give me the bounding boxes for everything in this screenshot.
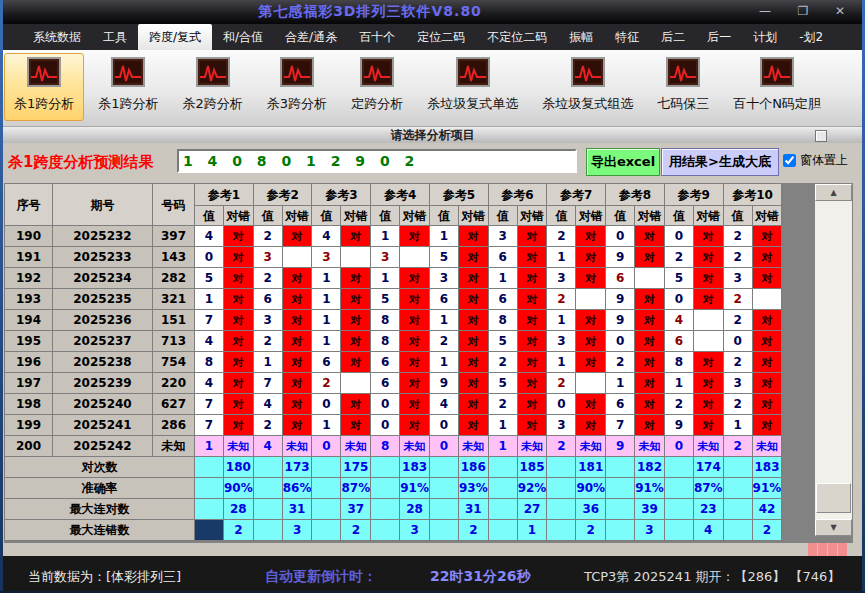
status-cell[interactable]: 对 <box>693 247 723 268</box>
status-cell[interactable]: 对 <box>693 352 723 373</box>
value-cell[interactable]: 2 <box>723 352 752 373</box>
value-cell[interactable]: 1 <box>195 289 224 310</box>
value-cell[interactable]: 1 <box>547 247 576 268</box>
status-cell[interactable]: 对 <box>400 226 430 247</box>
value-cell[interactable]: 1 <box>429 226 458 247</box>
value-cell[interactable]: 3 <box>723 373 752 394</box>
summary-value-cell[interactable]: 173 <box>282 457 312 478</box>
number-cell[interactable]: 397 <box>153 226 195 247</box>
status-cell[interactable]: 对 <box>576 331 606 352</box>
status-cell[interactable]: 对 <box>341 415 371 436</box>
value-cell[interactable]: 4 <box>429 394 458 415</box>
menu-item[interactable]: 后二 <box>650 24 696 50</box>
summary-value-cell[interactable]: 42 <box>752 499 782 520</box>
summary-empty-cell[interactable] <box>606 478 635 499</box>
value-cell[interactable]: 7 <box>606 415 635 436</box>
value-cell[interactable]: 8 <box>371 331 400 352</box>
status-cell[interactable] <box>400 247 430 268</box>
status-cell[interactable]: 对 <box>576 247 606 268</box>
value-cell[interactable]: 1 <box>371 226 400 247</box>
value-cell[interactable]: 2 <box>253 415 282 436</box>
summary-empty-cell[interactable] <box>312 457 341 478</box>
value-cell[interactable]: 6 <box>488 247 517 268</box>
value-cell[interactable]: 1 <box>312 289 341 310</box>
status-cell[interactable]: 未知 <box>693 436 723 457</box>
status-cell[interactable]: 对 <box>282 331 312 352</box>
summary-value-cell[interactable]: 92% <box>517 478 547 499</box>
stay-on-top-checkbox[interactable] <box>783 154 796 167</box>
status-cell[interactable]: 对 <box>341 289 371 310</box>
status-cell[interactable]: 对 <box>282 394 312 415</box>
status-cell[interactable] <box>635 268 665 289</box>
status-cell[interactable]: 对 <box>752 415 782 436</box>
status-cell[interactable]: 未知 <box>224 436 254 457</box>
toolbar-button[interactable]: 百十个N码定胆 <box>723 53 831 121</box>
toolbar-button[interactable]: 杀垃圾复式单选 <box>417 53 528 121</box>
status-cell[interactable]: 对 <box>693 415 723 436</box>
status-cell[interactable]: 对 <box>635 373 665 394</box>
scrollbar-up-icon[interactable]: ▲ <box>815 184 852 201</box>
status-cell[interactable]: 对 <box>635 247 665 268</box>
summary-value-cell[interactable]: 23 <box>693 499 723 520</box>
period-cell[interactable]: 2025238 <box>53 352 153 373</box>
seq-cell[interactable]: 190 <box>5 226 53 247</box>
seq-cell[interactable]: 194 <box>5 310 53 331</box>
summary-empty-cell[interactable] <box>664 478 693 499</box>
value-cell[interactable]: 0 <box>547 394 576 415</box>
status-cell[interactable]: 对 <box>400 289 430 310</box>
summary-value-cell[interactable]: 91% <box>635 478 665 499</box>
status-cell[interactable]: 未知 <box>576 436 606 457</box>
summary-empty-cell[interactable] <box>723 499 752 520</box>
status-cell[interactable]: 对 <box>224 247 254 268</box>
summary-empty-cell[interactable] <box>253 499 282 520</box>
number-cell[interactable]: 未知 <box>153 436 195 457</box>
status-cell[interactable]: 对 <box>458 289 488 310</box>
value-cell[interactable]: 4 <box>195 331 224 352</box>
status-cell[interactable]: 对 <box>282 352 312 373</box>
seq-cell[interactable]: 199 <box>5 415 53 436</box>
value-cell[interactable]: 1 <box>312 415 341 436</box>
value-cell[interactable]: 5 <box>195 268 224 289</box>
value-cell[interactable]: 2 <box>547 373 576 394</box>
summary-value-cell[interactable]: 2 <box>752 520 782 541</box>
value-cell[interactable]: 0 <box>195 247 224 268</box>
value-cell[interactable]: 9 <box>606 247 635 268</box>
value-cell[interactable]: 6 <box>371 373 400 394</box>
value-cell[interactable]: 4 <box>195 373 224 394</box>
summary-value-cell[interactable]: 181 <box>576 457 606 478</box>
value-cell[interactable]: 6 <box>606 268 635 289</box>
value-cell[interactable]: 5 <box>429 247 458 268</box>
status-cell[interactable]: 对 <box>635 226 665 247</box>
value-cell[interactable]: 1 <box>312 331 341 352</box>
status-cell[interactable]: 对 <box>224 289 254 310</box>
value-cell[interactable]: 9 <box>606 310 635 331</box>
value-cell[interactable]: 0 <box>429 415 458 436</box>
summary-empty-cell[interactable] <box>547 499 576 520</box>
summary-empty-cell[interactable] <box>312 478 341 499</box>
toolbar-button[interactable]: 七码保三 <box>647 53 719 121</box>
summary-value-cell[interactable]: 90% <box>576 478 606 499</box>
value-cell[interactable]: 8 <box>371 436 400 457</box>
period-cell[interactable]: 2025233 <box>53 247 153 268</box>
status-cell[interactable]: 对 <box>752 310 782 331</box>
value-cell[interactable]: 0 <box>606 331 635 352</box>
status-cell[interactable]: 未知 <box>517 436 547 457</box>
value-cell[interactable]: 7 <box>195 415 224 436</box>
summary-empty-cell[interactable] <box>195 499 224 520</box>
menu-item[interactable]: 和/合值 <box>212 24 274 50</box>
summary-value-cell[interactable]: 91% <box>400 478 430 499</box>
value-cell[interactable]: 2 <box>312 373 341 394</box>
value-cell[interactable]: 7 <box>195 310 224 331</box>
summary-value-cell[interactable]: 180 <box>224 457 254 478</box>
summary-empty-cell[interactable] <box>195 457 224 478</box>
summary-empty-cell[interactable] <box>606 499 635 520</box>
value-cell[interactable]: 1 <box>547 310 576 331</box>
number-cell[interactable]: 627 <box>153 394 195 415</box>
status-cell[interactable]: 对 <box>224 310 254 331</box>
seq-cell[interactable]: 193 <box>5 289 53 310</box>
summary-value-cell[interactable]: 28 <box>400 499 430 520</box>
summary-empty-cell[interactable] <box>312 499 341 520</box>
value-cell[interactable]: 6 <box>371 352 400 373</box>
value-cell[interactable]: 2 <box>488 394 517 415</box>
status-cell[interactable]: 对 <box>517 394 547 415</box>
